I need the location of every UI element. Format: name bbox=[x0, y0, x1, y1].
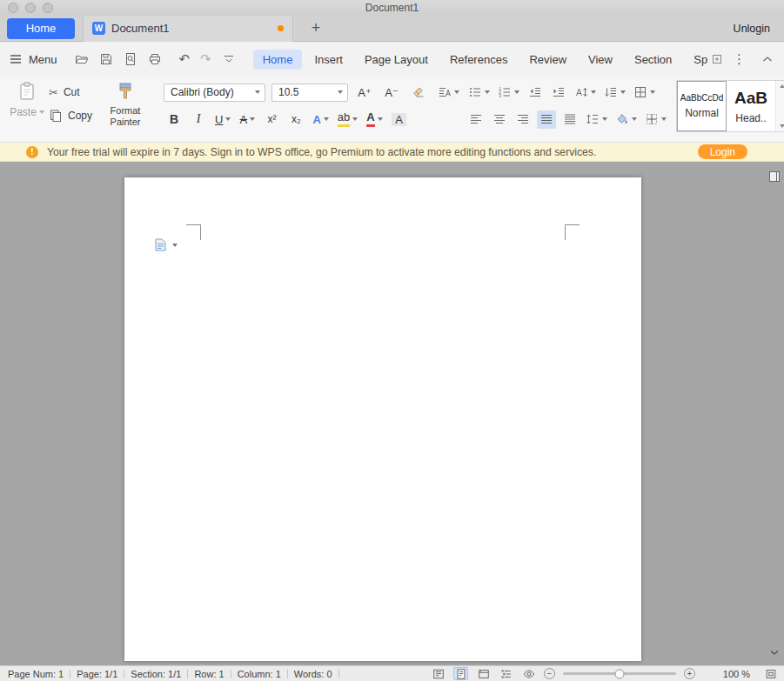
outline-view-button[interactable] bbox=[499, 667, 513, 680]
status-divider bbox=[338, 670, 339, 678]
new-tab-button[interactable]: + bbox=[306, 19, 325, 37]
ribbon-tab-review[interactable]: Review bbox=[519, 50, 576, 70]
zoom-slider-handle[interactable] bbox=[615, 669, 625, 678]
fit-page-button[interactable] bbox=[763, 667, 778, 680]
scroll-down-button[interactable] bbox=[767, 645, 781, 659]
distribute-icon bbox=[563, 112, 577, 126]
copy-button[interactable]: Copy bbox=[49, 109, 92, 123]
ribbon-tab-insert[interactable]: Insert bbox=[305, 50, 352, 70]
document-area[interactable] bbox=[0, 162, 784, 665]
paragraph-spacing-button[interactable] bbox=[602, 83, 627, 102]
fullscreen-view-button[interactable] bbox=[431, 667, 446, 680]
styles-scroll[interactable] bbox=[776, 81, 784, 131]
format-painter-button[interactable]: Format Painter bbox=[99, 81, 151, 128]
shading-caret-icon bbox=[632, 117, 637, 121]
highlight-button[interactable]: ab bbox=[335, 110, 360, 129]
undo-icon[interactable]: ↶ bbox=[179, 53, 191, 66]
strikethrough-button[interactable]: A bbox=[237, 110, 258, 129]
menu-label: Menu bbox=[29, 53, 57, 66]
save-icon[interactable] bbox=[99, 52, 113, 66]
login-button[interactable]: Login bbox=[698, 144, 747, 159]
decrease-font-button[interactable]: A⁻ bbox=[381, 83, 402, 102]
print-layout-view-button[interactable] bbox=[453, 667, 468, 680]
font-size-caret-icon bbox=[338, 90, 343, 94]
bold-button[interactable]: B bbox=[164, 110, 184, 129]
bullets-button[interactable] bbox=[466, 83, 492, 102]
ribbon-tab-view[interactable]: View bbox=[579, 50, 622, 70]
sidebar-toggle-button[interactable] bbox=[767, 170, 781, 184]
ribbon-tab-special[interactable]: Sp bbox=[684, 50, 732, 70]
format-painter-icon bbox=[115, 81, 136, 102]
style-normal-name: Normal bbox=[685, 107, 719, 119]
maximize-button[interactable] bbox=[43, 3, 53, 13]
increase-indent-button[interactable] bbox=[549, 83, 568, 102]
home-launcher-button[interactable]: Home bbox=[7, 18, 75, 39]
zoom-in-button[interactable]: + bbox=[684, 668, 695, 679]
increase-font-button[interactable]: A⁺ bbox=[354, 83, 375, 102]
insert-table-button[interactable] bbox=[632, 83, 657, 102]
close-button[interactable] bbox=[8, 3, 18, 13]
ribbon-tab-home[interactable]: Home bbox=[253, 50, 303, 70]
borders-button[interactable] bbox=[643, 110, 668, 129]
status-words[interactable]: Words: 0 bbox=[288, 669, 338, 679]
ribbon-tab-special-label: Sp bbox=[694, 53, 707, 66]
zoom-slider[interactable] bbox=[563, 672, 676, 675]
minimize-button[interactable] bbox=[25, 3, 36, 13]
status-row[interactable]: Row: 1 bbox=[188, 669, 230, 679]
text-tools-button[interactable] bbox=[435, 83, 462, 102]
document-page[interactable] bbox=[124, 177, 641, 661]
decrease-indent-button[interactable] bbox=[526, 83, 545, 102]
align-right-button[interactable] bbox=[513, 110, 533, 129]
justify-button[interactable] bbox=[537, 110, 556, 129]
wps-writer-window: Document1 Home W Document1 + Unlogin Men… bbox=[0, 0, 784, 681]
more-commands-icon[interactable]: ⋮ bbox=[733, 53, 746, 66]
text-effects-button[interactable]: A bbox=[310, 110, 331, 129]
clear-formatting-button[interactable] bbox=[408, 83, 429, 102]
numbering-button[interactable]: 123 bbox=[496, 83, 521, 102]
open-icon[interactable] bbox=[75, 52, 89, 66]
styles-scroll-down-icon[interactable] bbox=[780, 124, 784, 128]
text-scale-button[interactable] bbox=[573, 83, 598, 102]
underline-button[interactable]: U bbox=[212, 110, 233, 129]
style-normal[interactable]: AaBbCcDd Normal bbox=[677, 81, 727, 131]
unlogin-button[interactable]: Unlogin bbox=[734, 23, 770, 35]
cut-button[interactable]: ✂ Cut bbox=[49, 86, 92, 98]
styles-scroll-up-icon[interactable] bbox=[780, 84, 784, 88]
distribute-button[interactable] bbox=[560, 110, 580, 129]
font-size-select[interactable]: 10.5 bbox=[271, 83, 348, 102]
print-preview-icon[interactable] bbox=[124, 52, 137, 66]
underline-label: U bbox=[215, 113, 223, 126]
zoom-out-button[interactable]: − bbox=[544, 668, 555, 679]
ribbon-tab-page-layout[interactable]: Page Layout bbox=[355, 50, 438, 70]
subscript-button[interactable]: x₂ bbox=[285, 110, 306, 129]
customize-toolbar-icon[interactable] bbox=[222, 52, 236, 66]
eye-protection-button[interactable] bbox=[521, 667, 536, 680]
menu-button[interactable]: Menu bbox=[9, 52, 57, 66]
status-page-num[interactable]: Page Num: 1 bbox=[6, 669, 70, 679]
status-page[interactable]: Page: 1/1 bbox=[70, 669, 124, 679]
status-column[interactable]: Column: 1 bbox=[231, 669, 287, 679]
line-spacing-button[interactable] bbox=[584, 110, 609, 129]
strikethrough-caret-icon bbox=[250, 117, 255, 121]
print-icon[interactable] bbox=[148, 52, 162, 66]
align-left-button[interactable] bbox=[466, 110, 486, 129]
style-heading[interactable]: AaB Head.. bbox=[727, 81, 776, 131]
redo-icon[interactable]: ↷ bbox=[200, 53, 211, 66]
paragraph-spacing-caret-icon bbox=[620, 90, 626, 94]
shading-button[interactable] bbox=[613, 110, 639, 129]
font-color-button[interactable]: A bbox=[364, 110, 385, 129]
document-tab[interactable]: W Document1 bbox=[83, 16, 293, 42]
ribbon-tab-section[interactable]: Section bbox=[625, 50, 681, 70]
font-family-select[interactable]: Calibri (Body) bbox=[164, 83, 265, 102]
web-layout-view-button[interactable] bbox=[476, 667, 491, 680]
char-shading-button[interactable]: A bbox=[389, 110, 410, 129]
collapse-ribbon-icon[interactable] bbox=[761, 52, 774, 66]
ribbon-tab-references[interactable]: References bbox=[440, 50, 517, 70]
italic-button[interactable]: I bbox=[188, 110, 209, 129]
align-center-button[interactable] bbox=[490, 110, 509, 129]
zoom-level[interactable]: 100 % bbox=[717, 669, 750, 679]
superscript-button[interactable]: x² bbox=[261, 110, 282, 129]
paste-button[interactable]: Paste bbox=[7, 81, 47, 118]
page-assistant-button[interactable] bbox=[155, 238, 178, 251]
status-section[interactable]: Section: 1/1 bbox=[124, 669, 187, 679]
